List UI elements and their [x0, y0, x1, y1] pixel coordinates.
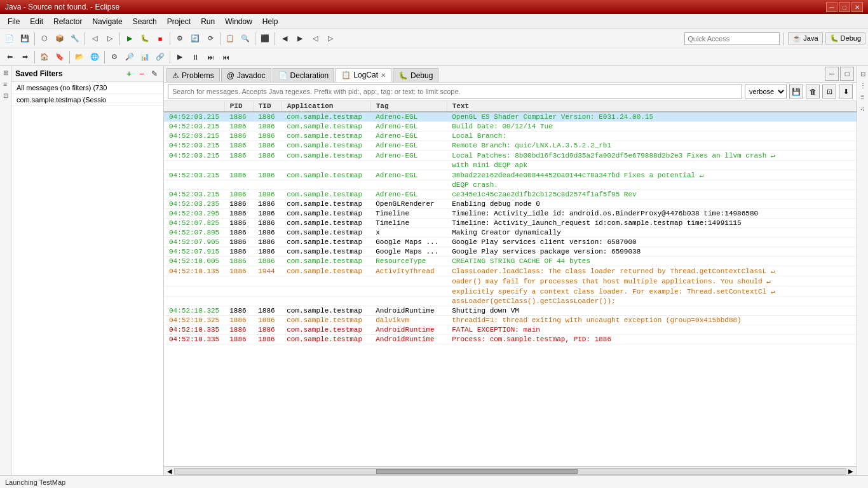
debug-perspective-button[interactable]: 🐛 Debug	[825, 32, 865, 44]
table-row[interactable]: assLoader(getClass().getClassLoader());	[164, 297, 857, 306]
table-row[interactable]: 04:52:10.325 1886 1886 com.sample.testma…	[164, 316, 857, 325]
verbose-select[interactable]: verbose	[745, 85, 787, 98]
table-row[interactable]: with mini dEQP apk	[164, 161, 857, 170]
table-row[interactable]: 04:52:03.215 1886 1886 com.sample.testma…	[164, 190, 857, 200]
menu-help[interactable]: Help	[257, 16, 283, 27]
table-row[interactable]: 04:52:10.135 1886 1944 com.sample.testma…	[164, 266, 857, 276]
tb-btn5[interactable]: 🔧	[68, 32, 82, 46]
tab-minimize-button[interactable]: ─	[825, 67, 839, 81]
tab-declaration[interactable]: 📄 Declaration	[273, 68, 335, 82]
save-log-button[interactable]: 💾	[789, 85, 803, 98]
tab-maximize-button[interactable]: □	[840, 67, 854, 81]
tb-btn11[interactable]: 📋	[223, 32, 237, 46]
right-btn4[interactable]: ♫	[858, 103, 868, 113]
menu-refactor[interactable]: Refactor	[48, 16, 87, 27]
table-row[interactable]: oader() may fail for processes that host…	[164, 276, 857, 287]
t2-btn13[interactable]: ⏭	[203, 50, 217, 64]
tb-btn3[interactable]: ⬡	[37, 32, 51, 46]
remove-filter-button[interactable]: −	[137, 69, 147, 79]
tb-btn13[interactable]: ⬛	[258, 32, 272, 46]
table-row[interactable]: 04:52:03.215 1886 1886 com.sample.testma…	[164, 112, 857, 122]
right-btn1[interactable]: ⊡	[858, 69, 868, 79]
tab-javadoc[interactable]: @ Javadoc	[221, 68, 271, 82]
right-btn2[interactable]: ⋮	[858, 80, 868, 90]
table-row[interactable]: 04:52:03.215 1886 1886 com.sample.testma…	[164, 151, 857, 161]
log-table-container[interactable]: PID TID Application Tag Text 04:52:03.21…	[164, 101, 857, 466]
new-button[interactable]: 📄	[3, 32, 17, 46]
tb-btn4[interactable]: 📦	[53, 32, 67, 46]
table-row[interactable]: explicitly specify a context class loade…	[164, 287, 857, 297]
table-row[interactable]: 04:52:03.215 1886 1886 com.sample.testma…	[164, 132, 857, 141]
menu-search[interactable]: Search	[128, 16, 162, 27]
table-row[interactable]: 04:52:03.235 1886 1886 com.sample.testma…	[164, 200, 857, 209]
hscroll-thumb[interactable]	[376, 469, 578, 474]
menu-window[interactable]: Window	[220, 16, 257, 27]
tb-btn6[interactable]: ◁	[88, 32, 102, 46]
tb-run[interactable]: ▶	[123, 32, 137, 46]
table-row[interactable]: 04:52:03.215 1886 1886 com.sample.testma…	[164, 170, 857, 180]
table-row[interactable]: 04:52:07.905 1886 1886 com.sample.testma…	[164, 238, 857, 247]
table-row[interactable]: 04:52:10.335 1886 1886 com.sample.testma…	[164, 335, 857, 344]
close-button[interactable]: ✕	[851, 2, 863, 12]
table-row[interactable]: 04:52:10.335 1886 1886 com.sample.testma…	[164, 325, 857, 335]
t2-btn2[interactable]: ➡	[18, 50, 32, 64]
table-row[interactable]: dEQP crash.	[164, 180, 857, 190]
tb-btn10[interactable]: ⟳	[203, 32, 217, 46]
hscroll-left-button[interactable]: ◀	[165, 468, 174, 475]
logcat-close-icon[interactable]: ✕	[381, 72, 386, 79]
add-filter-button[interactable]: +	[124, 69, 134, 79]
t2-btn10[interactable]: 🔗	[153, 50, 167, 64]
table-row[interactable]: 04:52:07.915 1886 1886 com.sample.testma…	[164, 247, 857, 257]
tb-btn15[interactable]: ▶	[293, 32, 307, 46]
clear-log-button[interactable]: 🗑	[806, 85, 820, 98]
table-row[interactable]: 04:52:10.005 1886 1886 com.sample.testma…	[164, 257, 857, 266]
table-row[interactable]: 04:52:10.325 1886 1886 com.sample.testma…	[164, 306, 857, 316]
t2-btn12[interactable]: ⏸	[188, 50, 202, 64]
t2-btn6[interactable]: 🌐	[88, 50, 102, 64]
menu-project[interactable]: Project	[162, 16, 196, 27]
scroll-bottom-button[interactable]: ⬇	[839, 85, 853, 98]
edit-filter-button[interactable]: ✎	[149, 69, 159, 79]
table-row[interactable]: 04:52:03.215 1886 1886 com.sample.testma…	[164, 122, 857, 132]
tb-btn7[interactable]: ▷	[103, 32, 117, 46]
menu-run[interactable]: Run	[196, 16, 220, 27]
minimize-button[interactable]: ─	[826, 2, 837, 12]
hscroll-track[interactable]	[174, 468, 846, 475]
filter-item-app[interactable]: com.sample.testmap (Sessio	[11, 94, 163, 106]
hscroll-right-button[interactable]: ▶	[846, 468, 855, 475]
tb-btn16[interactable]: ◁	[308, 32, 322, 46]
quickaccess-input[interactable]	[684, 32, 780, 45]
table-row[interactable]: 04:52:07.895 1886 1886 com.sample.testma…	[164, 228, 857, 238]
tb-debug[interactable]: 🐛	[138, 32, 152, 46]
sidebar-btn1[interactable]: ⊞	[1, 67, 11, 78]
sidebar-btn2[interactable]: ≡	[1, 79, 11, 89]
filter-item-all[interactable]: All messages (no filters) (730	[11, 82, 163, 94]
t2-btn9[interactable]: 📊	[138, 50, 152, 64]
logcat-search-input[interactable]	[168, 85, 742, 98]
toggle-view-button[interactable]: ⊡	[822, 85, 836, 98]
tab-debug[interactable]: 🐛 Debug	[393, 68, 438, 82]
table-row[interactable]: 04:52:07.825 1886 1886 com.sample.testma…	[164, 219, 857, 228]
t2-btn11[interactable]: ▶	[173, 50, 187, 64]
tb-stop[interactable]: ■	[153, 32, 167, 46]
table-row[interactable]: 04:52:03.295 1886 1886 com.sample.testma…	[164, 209, 857, 219]
tb-btn17[interactable]: ▷	[323, 32, 337, 46]
t2-btn5[interactable]: 📂	[72, 50, 86, 64]
right-btn3[interactable]: ≡	[858, 92, 868, 102]
t2-btn1[interactable]: ⬅	[3, 50, 17, 64]
table-row[interactable]: 04:52:03.215 1886 1886 com.sample.testma…	[164, 141, 857, 151]
t2-btn4[interactable]: 🔖	[53, 50, 67, 64]
tb-btn2[interactable]: 💾	[18, 32, 32, 46]
tab-problems[interactable]: ⚠ Problems	[166, 68, 220, 82]
menu-navigate[interactable]: Navigate	[87, 16, 127, 27]
tb-btn12[interactable]: 🔍	[238, 32, 252, 46]
t2-btn7[interactable]: ⚙	[107, 50, 121, 64]
java-perspective-button[interactable]: ☕ Java	[788, 32, 822, 44]
maximize-button[interactable]: □	[839, 2, 850, 12]
t2-btn14[interactable]: ⏮	[219, 50, 233, 64]
t2-btn8[interactable]: 🔎	[123, 50, 137, 64]
sidebar-btn3[interactable]: ⊡	[1, 90, 11, 100]
menu-edit[interactable]: Edit	[25, 16, 48, 27]
menu-file[interactable]: File	[3, 16, 25, 27]
tb-btn8[interactable]: ⚙	[173, 32, 187, 46]
